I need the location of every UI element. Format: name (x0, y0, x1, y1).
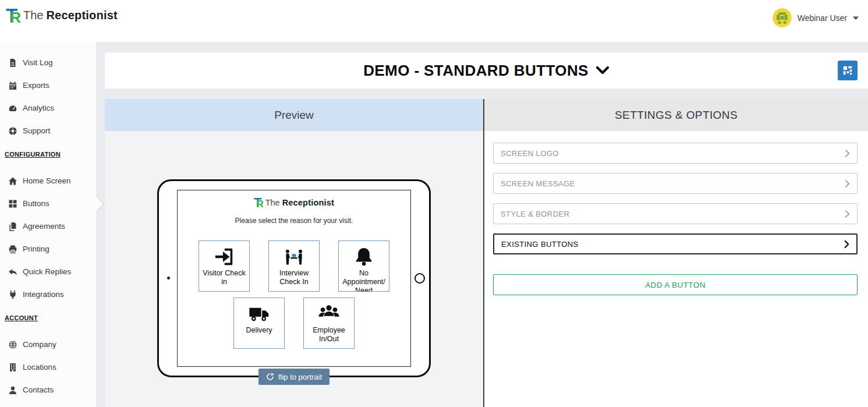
buttons-grid-icon (8, 199, 17, 208)
sidebar-item-quick-replies[interactable]: Quick Replies (0, 260, 96, 283)
home-icon (8, 176, 17, 186)
preview-column: Preview T R The Receptionist Please sele… (105, 99, 484, 407)
brand-the: The (265, 198, 280, 207)
tablet-mockup: T R The Receptionist Please select the r… (157, 179, 431, 377)
reply-icon (8, 267, 17, 277)
chevron-right-icon (845, 149, 850, 158)
location-title-dropdown[interactable]: DEMO - STANDARD BUTTONS (363, 62, 610, 80)
sidebar-item-buttons[interactable]: Buttons (0, 192, 96, 215)
visit-button-label: Visitor Check in (200, 269, 248, 286)
support-icon (8, 126, 17, 136)
visit-button-visitor-check-in[interactable]: Visitor Check in (199, 240, 250, 292)
sidebar-item-visit-log[interactable]: Visit Log (0, 51, 96, 74)
app-logo[interactable]: T R The Receptionist (6, 6, 118, 25)
chevron-right-icon (845, 210, 850, 218)
preview-header: Preview (105, 99, 483, 131)
agreements-icon (8, 222, 17, 231)
sidebar-item-label: Integrations (23, 290, 64, 299)
accordion-existing-buttons[interactable]: EXISTING BUTTONS (493, 233, 858, 254)
sidebar-item-label: Agreements (23, 222, 65, 231)
sidebar-heading-account: ACCOUNT (0, 306, 96, 333)
accordion-label: EXISTING BUTTONS (501, 240, 579, 249)
bell-icon (353, 246, 375, 268)
sidebar-item-printing[interactable]: Printing (0, 238, 96, 260)
sidebar-item-label: Exports (23, 81, 49, 90)
exports-icon (8, 81, 17, 90)
truck-icon (248, 303, 270, 325)
settings-column: SETTINGS & OPTIONS SCREEN LOGO SCREEN ME… (484, 99, 868, 407)
people-icon (318, 303, 340, 325)
tablet-home-button (414, 273, 425, 284)
sidebar-item-company[interactable]: Company (0, 333, 96, 356)
sidebar-item-analytics[interactable]: Analytics (0, 97, 96, 119)
tablet-camera-dot (167, 277, 170, 279)
accordion-screen-message[interactable]: SCREEN MESSAGE (493, 173, 858, 194)
sign-in-icon (213, 246, 235, 268)
chevron-right-icon (844, 240, 849, 249)
kiosk-qr-button[interactable] (838, 61, 858, 80)
brand-name: Receptionist (282, 198, 334, 207)
accordion-screen-logo[interactable]: SCREEN LOGO (493, 143, 858, 164)
brand-name: Receptionist (46, 9, 117, 22)
sidebar-item-label: Locations (23, 363, 56, 371)
printer-icon (8, 245, 17, 254)
welcome-message: Please select the reason for your visit. (235, 217, 353, 225)
tablet-screen: T R The Receptionist Please select the r… (177, 190, 411, 367)
caret-down-icon (853, 16, 859, 20)
visit-button-interview-check-in[interactable]: Interview Check In (268, 240, 320, 292)
page-title: DEMO - STANDARD BUTTONS (363, 62, 589, 80)
sidebar-item-label: Home Screen (23, 176, 71, 185)
visit-button-delivery[interactable]: Delivery (233, 298, 285, 349)
sidebar: Visit Log Exports Analytics Support CONF… (0, 42, 96, 407)
logo-r-mark: R (10, 10, 21, 25)
settings-header: SETTINGS & OPTIONS (484, 99, 868, 131)
brand-the: The (23, 9, 43, 22)
sidebar-item-contacts[interactable]: Contacts (0, 378, 96, 401)
add-a-button-button[interactable]: ADD A BUTTON (493, 274, 858, 295)
sidebar-item-agreements[interactable]: Agreements (0, 215, 96, 238)
plug-icon (8, 290, 17, 299)
settings-body: SCREEN LOGO SCREEN MESSAGE STYLE & BORDE… (484, 131, 868, 407)
title-bar: DEMO - STANDARD BUTTONS (105, 52, 868, 89)
sidebar-heading-configuration: CONFIGURATION (0, 142, 96, 169)
accordion-style-border[interactable]: STYLE & BORDER (493, 203, 858, 224)
sidebar-item-label: Company (23, 340, 56, 349)
sidebar-item-exports[interactable]: Exports (0, 74, 96, 97)
sidebar-item-integrations[interactable]: Integrations (0, 283, 96, 306)
chevron-right-icon (845, 179, 850, 188)
sidebar-item-support[interactable]: Support (0, 119, 96, 142)
visit-button-label: Employee In/Out (305, 326, 353, 344)
accordion-label: STYLE & BORDER (501, 210, 569, 218)
sidebar-item-label: Analytics (23, 104, 54, 112)
visit-button-label: No Appointment/Need Assistance (340, 269, 388, 292)
logo-r-mark: R (256, 199, 263, 209)
visit-button-employee-in-out[interactable]: Employee In/Out (303, 298, 355, 349)
user-menu[interactable]: Webinar User (773, 8, 859, 27)
interview-icon (283, 246, 305, 268)
tablet-screen-logo: T R The Receptionist (254, 196, 334, 209)
visit-button-label: Delivery (235, 326, 283, 335)
visit-button-label: Interview Check In (270, 269, 318, 286)
sidebar-item-label: Quick Replies (23, 267, 71, 276)
content-panel: Preview T R The Receptionist Please sele… (105, 99, 868, 407)
sidebar-item-label: Support (23, 126, 50, 135)
sidebar-item-label: Buttons (23, 199, 49, 208)
user-name: Webinar User (798, 13, 847, 23)
qr-code-icon (842, 65, 853, 76)
flip-to-portrait-button[interactable]: flip to portrait (258, 369, 330, 385)
globe-icon (8, 340, 17, 349)
flip-button-label: flip to portrait (278, 373, 322, 381)
main-content: DEMO - STANDARD BUTTONS Preview T R The (96, 42, 868, 407)
building-icon (8, 363, 17, 372)
accordion-label: SCREEN LOGO (501, 149, 559, 158)
sidebar-item-label: Contacts (23, 385, 54, 394)
sidebar-item-locations[interactable]: Locations (0, 356, 96, 378)
avatar (773, 8, 792, 27)
accordion-label: SCREEN MESSAGE (501, 179, 575, 188)
analytics-icon (8, 104, 17, 113)
visit-button-no-appointment[interactable]: No Appointment/Need Assistance (338, 240, 389, 292)
sidebar-item-home-screen[interactable]: Home Screen (0, 169, 96, 192)
person-icon (8, 385, 17, 395)
sidebar-item-label: Printing (23, 245, 49, 253)
top-bar: T R The Receptionist Webinar User (0, 0, 868, 42)
